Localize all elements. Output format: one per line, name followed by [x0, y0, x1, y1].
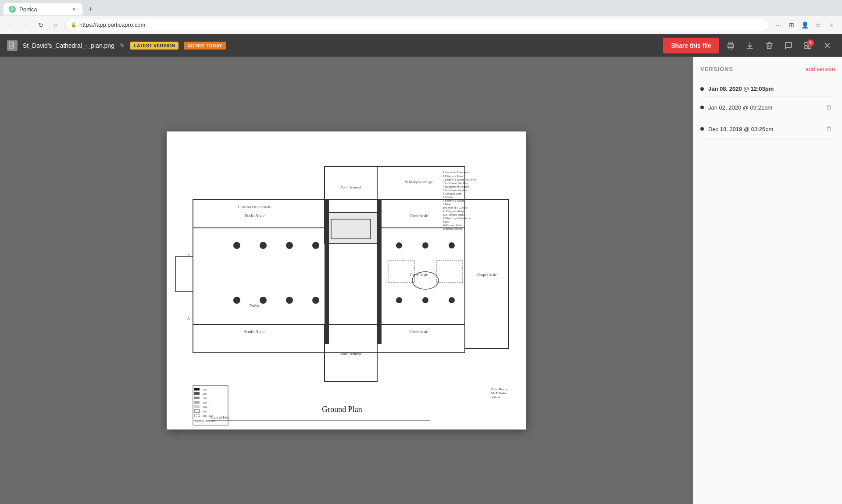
svg-point-29 [312, 242, 319, 249]
nav-actions: ··· ⊞ 👤 ☆ ≡ [773, 19, 837, 31]
version-date-3: Dec 18, 2019 @ 03:26pm [708, 126, 818, 132]
svg-text:10 Shrine of S Caradoc: 10 Shrine of S Caradoc [443, 206, 467, 209]
svg-point-32 [286, 297, 293, 304]
svg-text:1248: 1248 [201, 397, 207, 400]
svg-rect-41 [377, 199, 382, 344]
file-name-label: St_David's_Cathedral_-_plan.png [23, 42, 114, 49]
tab-close-button[interactable]: ✕ [70, 6, 77, 13]
svg-text:1389: 1389 [201, 410, 207, 413]
svg-text:15 Bishop Anselm: 15 Bishop Anselm [443, 227, 463, 230]
svg-rect-43 [436, 261, 463, 283]
blueprint-container: 1100 1120 1248 1300 1340-1 1389 1416-152… [167, 131, 526, 429]
delete-version-3-button[interactable] [823, 123, 835, 135]
tab-label: Portica [19, 6, 37, 13]
svg-rect-50 [194, 405, 200, 408]
tab-bar: P Portica ✕ + [0, 0, 842, 16]
add-version-link[interactable]: add version [806, 66, 835, 72]
forward-button[interactable]: → [20, 19, 32, 31]
app-bar-actions: Share this file 3 ✕ [663, 38, 835, 53]
sidebar: VERSIONS add version Jan 08, 2020 @ 12:0… [693, 57, 842, 504]
sidebar-header: VERSIONS add version [700, 66, 835, 72]
svg-text:1100: 1100 [201, 388, 207, 391]
svg-point-26 [233, 242, 240, 249]
svg-text:1 Effigy of a Priest: 1 Effigy of a Priest [443, 175, 463, 177]
svg-text:6 Canopied Tomb: 6 Canopied Tomb [443, 192, 462, 195]
svg-text:North Transept: North Transept [340, 185, 362, 189]
svg-rect-48 [194, 397, 200, 399]
svg-text:Reference to Monuments: Reference to Monuments [443, 171, 470, 174]
comment-button[interactable] [781, 38, 796, 53]
svg-point-28 [286, 242, 293, 249]
svg-text:1300: 1300 [201, 401, 207, 404]
svg-text:4 Fragments of sculpture: 4 Fragments of sculpture [443, 185, 469, 188]
svg-point-39 [449, 297, 455, 303]
svg-text:12 St David's Shrine: 12 St David's Shrine [443, 213, 465, 216]
svg-point-33 [312, 297, 319, 304]
refresh-button[interactable]: ↻ [35, 19, 46, 31]
version-item-3[interactable]: Dec 18, 2019 @ 03:26pm [700, 118, 835, 140]
svg-text:Choir Aisle: Choir Aisle [410, 273, 428, 277]
account-button[interactable]: 👤 [799, 19, 810, 31]
main-content: 1100 1120 1248 1300 1340-1 1389 1416-152… [0, 57, 842, 504]
version-item-2[interactable]: Jan 02, 2020 @ 09:21am [700, 97, 835, 118]
svg-point-6 [732, 45, 733, 46]
latest-version-badge: LATEST VERSION [130, 42, 179, 50]
file-icon [7, 40, 18, 51]
svg-text:South Aisle: South Aisle [244, 329, 265, 334]
version-dot-2 [700, 106, 704, 109]
svg-rect-51 [194, 410, 200, 412]
added-today-badge: ADDED TODAY [184, 42, 225, 50]
svg-point-38 [422, 297, 428, 303]
extensions-button[interactable]: ⊞ [786, 19, 797, 31]
image-area: 1100 1120 1248 1300 1340-1 1389 1416-152… [0, 57, 693, 504]
svg-text:Nave: Nave [249, 302, 259, 308]
menu-button[interactable]: ≡ [825, 19, 837, 31]
svg-text:Scale of Feet...: Scale of Feet... [210, 415, 232, 419]
layers-button[interactable]: 3 [800, 38, 816, 53]
more-button[interactable]: ··· [773, 19, 784, 31]
svg-text:Chapel Aisle: Chapel Aisle [477, 273, 497, 277]
share-file-button[interactable]: Share this file [663, 38, 719, 53]
delete-button[interactable] [761, 38, 777, 53]
svg-text:South Transept: South Transept [340, 352, 362, 356]
svg-rect-52 [194, 414, 200, 417]
url-text: https://app.porticapro.com [79, 21, 145, 28]
svg-rect-42 [388, 261, 414, 283]
back-button[interactable]: ← [5, 19, 17, 31]
download-button[interactable] [742, 38, 758, 53]
svg-rect-23 [175, 256, 193, 291]
delete-version-2-button[interactable] [823, 101, 835, 114]
svg-text:Ground Plan: Ground Plan [322, 405, 362, 414]
active-tab[interactable]: P Portica ✕ [4, 3, 82, 15]
edit-filename-icon[interactable]: ✎ [120, 42, 125, 49]
svg-text:Floor Plan by: Floor Plan by [491, 387, 508, 391]
svg-text:Mr T. Taylor: Mr T. Taylor [491, 391, 507, 395]
tab-favicon: P [9, 6, 16, 13]
svg-rect-18 [377, 324, 465, 353]
svg-text:7 Yes Go: 7 Yes Go [443, 196, 453, 199]
home-button[interactable]: ⌂ [50, 19, 61, 31]
svg-rect-40 [325, 199, 329, 344]
close-panel-button[interactable]: ✕ [819, 38, 835, 53]
svg-text:Claustro Occidentale: Claustro Occidentale [238, 205, 271, 209]
svg-text:14 Edmund Tudor: 14 Edmund Tudor [443, 224, 462, 227]
svg-point-36 [449, 242, 455, 248]
bookmark-button[interactable]: ☆ [812, 19, 824, 31]
svg-text:A: A [187, 253, 190, 257]
svg-point-30 [233, 297, 240, 304]
svg-rect-46 [194, 388, 200, 390]
new-tab-button[interactable]: + [84, 3, 96, 15]
versions-title: VERSIONS [700, 66, 733, 72]
svg-text:2 Effigy of a Knight (Sir Joh : 2 Effigy of a Knight (Sir Joh W) [443, 178, 477, 181]
svg-rect-49 [194, 401, 200, 404]
svg-text:3 Archbishop Phat King: 3 Archbishop Phat King [443, 182, 468, 185]
print-button[interactable] [723, 38, 739, 53]
version-item-1[interactable]: Jan 08, 2020 @ 12:03pm [700, 81, 835, 97]
svg-text:5 Archbishop Yaeghan: 5 Archbishop Yaeghan [443, 189, 467, 192]
svg-text:Choir Aisle: Choir Aisle [410, 330, 428, 334]
version-dot-active [700, 87, 704, 91]
app-bar: St_David's_Cathedral_-_plan.png ✎ LATEST… [0, 34, 842, 57]
address-bar[interactable]: 🔒 https://app.porticapro.com [65, 19, 769, 31]
svg-text:Slabs: Slabs [443, 220, 449, 223]
version-date-2: Jan 02, 2020 @ 09:21am [708, 104, 818, 111]
